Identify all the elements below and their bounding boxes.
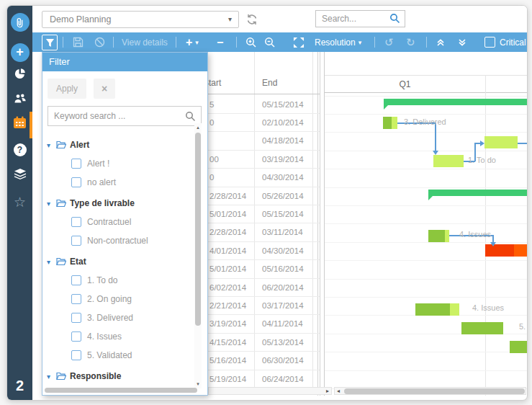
cell-end: 06/24/2014 xyxy=(262,370,304,388)
filter-h-scrollbar[interactable] xyxy=(45,388,197,393)
refresh-button[interactable] xyxy=(246,14,258,28)
scrollbar-thumb[interactable] xyxy=(195,133,201,326)
cell-end: 04/30/2014 xyxy=(262,242,304,259)
table-h-scrollbar[interactable]: ▸ xyxy=(208,387,332,395)
view-details-button[interactable]: View details xyxy=(122,32,168,52)
cancel-button[interactable] xyxy=(94,32,105,52)
filter-tree: ▾AlertAlert !no alert▾Type de livrableCo… xyxy=(44,133,192,388)
filter-checkbox[interactable] xyxy=(71,313,81,323)
cell-start: 3/19/2014 xyxy=(209,315,246,332)
gantt-h-scrollbar[interactable]: ◂ xyxy=(334,387,526,395)
search-icon xyxy=(185,111,196,122)
sidebar-item-users[interactable] xyxy=(7,92,32,107)
tree-group[interactable]: ▾Responsible xyxy=(44,367,192,386)
filter-checkbox[interactable] xyxy=(71,331,81,342)
chevron-down-icon[interactable]: ▾ xyxy=(195,39,199,46)
tree-item[interactable]: no alert xyxy=(44,173,192,192)
sidebar-item-planning[interactable] xyxy=(7,117,32,131)
scroll-up-icon[interactable]: ▴ xyxy=(194,125,202,130)
tree-item-label: 4. Issues xyxy=(87,331,122,342)
tree-group[interactable]: ▾Alert xyxy=(44,135,192,154)
cell-start: 5/01/2014 xyxy=(209,260,246,277)
zoom-fit-button[interactable] xyxy=(293,32,305,52)
redo-button[interactable]: ↻ xyxy=(406,32,415,52)
scrollbar-thumb[interactable] xyxy=(45,388,197,393)
critical-path-toggle[interactable]: Critical Path xyxy=(484,32,527,52)
scroll-right-icon[interactable]: ▸ xyxy=(326,388,329,394)
folder-icon xyxy=(56,257,66,266)
zoom-out-icon xyxy=(264,37,276,48)
critical-path-checkbox[interactable] xyxy=(484,37,495,48)
filter-checkbox[interactable] xyxy=(71,236,81,246)
filter-icon xyxy=(45,38,55,48)
undo-icon: ↺ xyxy=(384,36,394,49)
filter-checkbox[interactable] xyxy=(71,350,81,360)
keyword-search-input[interactable]: Keyword search ... xyxy=(48,106,202,126)
sidebar-item-help[interactable]: ? xyxy=(7,143,32,157)
tree-item[interactable]: 4. Issues xyxy=(44,327,192,346)
cell-end: 04/11/2014 xyxy=(262,315,303,332)
tree-item[interactable]: 2. On going xyxy=(44,290,192,308)
clear-filter-button[interactable]: × xyxy=(94,79,115,99)
filter-v-scrollbar[interactable]: ▴ ▾ xyxy=(194,123,202,388)
expander-icon[interactable]: ▾ xyxy=(44,373,56,380)
cell-start: 4/15/2014 xyxy=(209,334,246,351)
table-gantt-splitter[interactable] xyxy=(320,52,320,396)
expander-icon[interactable]: ▾ xyxy=(44,141,56,149)
zoom-out-button[interactable] xyxy=(264,32,276,52)
cell-start: 0 xyxy=(209,114,214,131)
sidebar-item-attachments[interactable] xyxy=(7,13,32,32)
sidebar-item-favorites[interactable]: ☆ xyxy=(7,195,32,209)
expander-icon[interactable]: ▾ xyxy=(44,200,56,208)
filter-checkbox[interactable] xyxy=(71,217,81,227)
add-task-button[interactable]: +▾ xyxy=(186,32,199,52)
filter-checkbox[interactable] xyxy=(71,159,81,169)
resolution-button[interactable]: Resolution▾ xyxy=(315,32,361,52)
sidebar-item-reports[interactable] xyxy=(7,68,32,82)
tree-item[interactable]: 3. Delivered xyxy=(44,308,192,327)
block-icon xyxy=(94,37,105,48)
expand-icon xyxy=(293,37,305,48)
scroll-left-icon[interactable]: ◂ xyxy=(337,388,340,394)
collapse-all-button[interactable] xyxy=(436,32,445,52)
tree-group[interactable]: ▾Etat xyxy=(44,252,192,271)
save-button[interactable] xyxy=(73,32,84,52)
cell-start: 00 xyxy=(209,151,219,168)
tree-item[interactable]: 5. Validated xyxy=(44,346,192,365)
remove-task-button[interactable]: − xyxy=(217,32,223,52)
tree-item[interactable]: 1. To do xyxy=(44,271,192,290)
expander-icon[interactable]: ▾ xyxy=(44,258,56,266)
filter-checkbox[interactable] xyxy=(71,275,81,285)
filter-checkbox[interactable] xyxy=(71,177,81,187)
tree-group[interactable]: ▾Type de livrable xyxy=(44,194,192,213)
save-icon xyxy=(73,37,84,48)
cell-end: 05/13/2014 xyxy=(262,334,304,351)
app-window: Start End 505/15/2014002/10/201404/18/20… xyxy=(6,5,528,401)
top-bar: Demo Planning ▾ Search... xyxy=(32,6,527,32)
filter-checkbox[interactable] xyxy=(71,294,81,304)
tree-item[interactable]: Non-contractuel xyxy=(44,231,192,250)
cell-end: 03/17/2014 xyxy=(262,297,304,314)
toolbar-separator xyxy=(63,37,63,48)
paperclip-icon xyxy=(11,13,30,32)
filter-panel: Filter Apply × Keyword search ... ▾Alert… xyxy=(42,52,208,396)
search-input[interactable]: Search... xyxy=(315,10,405,27)
tree-item[interactable]: Alert ! xyxy=(44,154,192,173)
tree-item-label: 5. Validated xyxy=(87,350,132,360)
filter-button[interactable] xyxy=(42,35,58,50)
sidebar-item-layers[interactable] xyxy=(7,169,32,182)
expand-all-button[interactable] xyxy=(458,32,466,52)
scrollbar-thumb[interactable] xyxy=(344,388,525,394)
planning-select[interactable]: Demo Planning ▾ xyxy=(42,11,239,28)
tree-group-label: Responsible xyxy=(70,371,121,381)
toolbar-separator xyxy=(426,37,427,48)
apply-button[interactable]: Apply xyxy=(48,79,86,99)
sidebar-item-add[interactable]: + xyxy=(7,43,32,62)
active-indicator xyxy=(30,112,32,138)
column-header-end[interactable]: End xyxy=(262,78,277,88)
zoom-in-button[interactable] xyxy=(245,32,257,52)
tree-item[interactable]: Contractuel xyxy=(44,213,192,231)
undo-button[interactable]: ↺ xyxy=(384,32,394,52)
scroll-down-icon[interactable]: ▾ xyxy=(194,381,202,387)
folder-icon xyxy=(56,141,66,149)
